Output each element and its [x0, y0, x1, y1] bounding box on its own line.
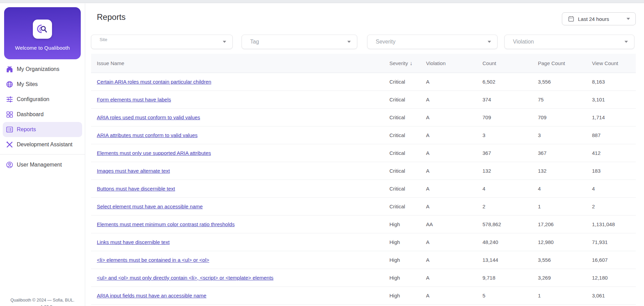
violation-cell: A — [426, 239, 482, 245]
count-cell: 2 — [482, 204, 538, 209]
violation-cell: A — [426, 132, 482, 138]
filter-severity-label: Severity — [376, 39, 396, 45]
filter-tag-label: Tag — [250, 39, 259, 45]
severity-cell: High — [389, 257, 426, 263]
page-count-cell: 12,980 — [538, 239, 592, 245]
view-count-cell: 71,931 — [592, 239, 636, 245]
sidebar-item-label: Reports — [17, 126, 36, 133]
violation-cell: A — [426, 150, 482, 156]
sidebar-item-my-organizations[interactable]: My Organizations — [0, 62, 85, 77]
issue-link[interactable]: ARIA input fields must have an accessibl… — [97, 293, 206, 298]
view-count-cell: 3,061 — [592, 293, 636, 298]
sidebar-item-configuration[interactable]: Configuration — [0, 92, 85, 107]
column-issue-name[interactable]: Issue Name — [97, 60, 389, 66]
date-range-button[interactable]: Last 24 hours — [562, 12, 636, 25]
view-count-cell: 887 — [592, 132, 636, 138]
count-cell: 5 — [482, 293, 538, 298]
page-count-cell: 132 — [538, 168, 592, 174]
chevron-down-icon — [488, 41, 491, 43]
sidebar-item-reports[interactable]: Reports — [3, 122, 82, 137]
severity-cell: High — [389, 239, 426, 245]
chevron-down-icon — [347, 41, 351, 43]
main-content: Reports Last 24 hours Site Tag Severity … — [86, 3, 644, 306]
table-row: Form elements must have labels Critical … — [91, 91, 636, 109]
view-count-cell: 412 — [592, 150, 636, 156]
table-row: ARIA roles used must conform to valid va… — [91, 109, 636, 126]
sidebar-item-label: Dashboard — [17, 111, 43, 118]
violation-cell: A — [426, 204, 482, 209]
issue-link[interactable]: Form elements must have labels — [97, 97, 171, 102]
view-count-cell: 1,131,048 — [592, 221, 636, 227]
issue-link[interactable]: <li> elements must be contained in a <ul… — [97, 257, 209, 263]
column-page-count[interactable]: Page Count — [538, 60, 592, 66]
filter-site-select[interactable]: Site — [91, 35, 233, 49]
severity-cell: Critical — [389, 168, 426, 174]
column-severity[interactable]: Severity ↓ — [389, 60, 426, 66]
sidebar-item-user-management[interactable]: User Management — [0, 157, 85, 172]
page-count-cell: 75 — [538, 97, 592, 102]
table-row: Images must have alternate text Critical… — [91, 162, 636, 180]
severity-cell: Critical — [389, 79, 426, 85]
issue-link[interactable]: Buttons must have discernible text — [97, 186, 175, 192]
column-view-count[interactable]: View Count — [592, 60, 636, 66]
sidebar-item-dashboard[interactable]: Dashboard — [0, 107, 85, 122]
count-cell: 9,718 — [482, 275, 538, 281]
violation-cell: AA — [426, 221, 482, 227]
copyright-text: Qualibooth © 2024 — Sofia, BUL. — [0, 297, 85, 304]
column-violation[interactable]: Violation — [426, 60, 482, 66]
count-cell: 3 — [482, 132, 538, 138]
issue-link[interactable]: Elements must only use supported ARIA at… — [97, 150, 211, 156]
view-count-cell: 3,101 — [592, 97, 636, 102]
table-row: Certain ARIA roles must contain particul… — [91, 73, 636, 91]
issue-link[interactable]: <ul> and <ol> must only directly contain… — [97, 275, 273, 281]
development-assistant-icon — [5, 140, 14, 149]
violation-cell: A — [426, 97, 482, 102]
page-count-cell: 1 — [538, 293, 592, 298]
sort-desc-arrow-icon: ↓ — [410, 60, 412, 66]
page-count-cell: 3,556 — [538, 257, 592, 263]
page-count-cell: 3 — [538, 132, 592, 138]
view-count-cell: 16,607 — [592, 257, 636, 263]
table-row: Elements must only use supported ARIA at… — [91, 144, 636, 162]
sidebar-nav: My Organizations My Sites Configuration … — [0, 62, 85, 172]
user-management-icon — [5, 161, 14, 169]
issue-link[interactable]: ARIA roles used must conform to valid va… — [97, 114, 200, 120]
sidebar-item-development-assistant[interactable]: Development Assistant — [0, 137, 85, 152]
severity-cell: Critical — [389, 114, 426, 120]
page-title: Reports — [97, 12, 126, 22]
table-row: Select element must have an accessible n… — [91, 198, 636, 216]
filter-severity-select[interactable]: Severity — [367, 35, 498, 49]
table-row: Buttons must have discernible text Criti… — [91, 180, 636, 198]
issue-link[interactable]: Select element must have an accessible n… — [97, 204, 203, 209]
filter-tag-select[interactable]: Tag — [242, 35, 357, 49]
issue-link[interactable]: Elements must meet minimum color contras… — [97, 221, 235, 227]
view-count-cell: 4 — [592, 186, 636, 192]
filter-violation-select[interactable]: Violation — [504, 35, 634, 49]
sidebar-logo-card: Welcome to Qualibooth — [4, 7, 81, 59]
violation-cell: A — [426, 114, 482, 120]
violation-cell: A — [426, 275, 482, 281]
issue-link[interactable]: Certain ARIA roles must contain particul… — [97, 79, 211, 85]
issue-link[interactable]: Links must have discernible text — [97, 239, 170, 245]
page-count-cell: 3,269 — [538, 275, 592, 281]
sidebar-item-my-sites[interactable]: My Sites — [0, 77, 85, 92]
configuration-icon — [5, 95, 14, 103]
violation-cell: A — [426, 186, 482, 192]
severity-cell: Critical — [389, 186, 426, 192]
count-cell: 367 — [482, 150, 538, 156]
severity-cell: Critical — [389, 132, 426, 138]
table-row: Links must have discernible text High A … — [91, 233, 636, 251]
chevron-down-icon — [223, 41, 226, 43]
issue-link[interactable]: ARIA attributes must conform to valid va… — [97, 132, 197, 138]
issue-link[interactable]: Images must have alternate text — [97, 168, 170, 174]
version-text: ver. 1.09.5 — [0, 304, 85, 306]
sidebar-item-label: User Management — [17, 162, 62, 168]
reports-icon — [5, 125, 14, 134]
column-count[interactable]: Count — [482, 60, 538, 66]
sidebar-item-label: My Organizations — [17, 66, 60, 72]
count-cell: 132 — [482, 168, 538, 174]
severity-cell: High — [389, 221, 426, 227]
page-count-cell: 4 — [538, 186, 592, 192]
view-count-cell: 1,714 — [592, 114, 636, 120]
sidebar-item-label: Development Assistant — [17, 142, 73, 148]
